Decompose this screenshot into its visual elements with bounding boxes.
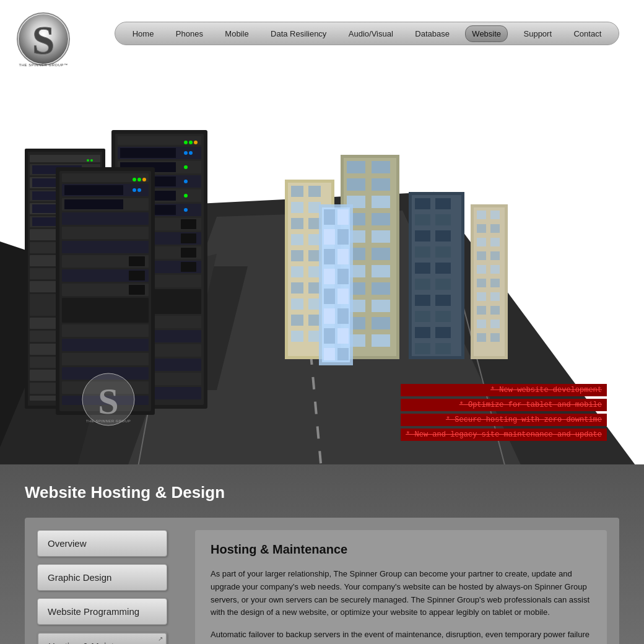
svg-rect-147 <box>291 234 303 245</box>
svg-rect-113 <box>129 271 145 281</box>
svg-rect-174 <box>435 279 451 290</box>
content-section: Website Hosting & Design Overview Graphi… <box>0 464 644 644</box>
svg-rect-145 <box>291 218 303 229</box>
svg-rect-191 <box>477 251 486 260</box>
svg-rect-199 <box>477 306 486 315</box>
nav-database[interactable]: Database <box>409 26 456 41</box>
svg-rect-101 <box>62 324 149 337</box>
hero-section: S THE SPINNER GROUP * New website develo… <box>0 80 644 477</box>
svg-point-39 <box>87 159 89 162</box>
svg-rect-172 <box>435 263 451 274</box>
nav-phones[interactable]: Phones <box>170 26 209 41</box>
svg-rect-203 <box>477 333 486 342</box>
svg-rect-153 <box>291 282 303 294</box>
svg-rect-204 <box>490 333 500 342</box>
nav-data-resiliency[interactable]: Data Resiliency <box>264 26 333 41</box>
graphic-design-button[interactable]: Graphic Design <box>37 564 167 591</box>
svg-rect-94 <box>62 212 149 225</box>
svg-rect-142 <box>308 186 321 197</box>
svg-rect-189 <box>477 238 486 246</box>
svg-rect-128 <box>372 248 390 260</box>
svg-rect-170 <box>435 246 451 258</box>
svg-rect-210 <box>337 229 349 245</box>
svg-rect-216 <box>337 289 349 304</box>
svg-rect-202 <box>490 320 500 328</box>
svg-rect-213 <box>324 269 335 284</box>
bullet-3[interactable]: * Secure hosting with zero downtime <box>401 414 607 426</box>
svg-point-110 <box>133 188 136 192</box>
svg-rect-187 <box>477 224 486 233</box>
svg-rect-209 <box>324 229 335 245</box>
svg-rect-157 <box>291 315 303 326</box>
svg-text:S: S <box>98 381 118 422</box>
hosting-maintenance-button[interactable]: Hosting & Maintenance ↗ <box>37 632 167 644</box>
bullet-1[interactable]: * New website development <box>401 384 607 396</box>
svg-rect-190 <box>490 238 500 246</box>
svg-rect-177 <box>415 311 430 322</box>
svg-rect-169 <box>415 246 430 258</box>
svg-rect-167 <box>415 230 430 242</box>
svg-rect-84 <box>181 233 196 243</box>
svg-rect-103 <box>62 353 149 365</box>
svg-rect-159 <box>291 331 303 342</box>
svg-rect-166 <box>435 214 451 225</box>
svg-rect-151 <box>291 266 303 277</box>
nav-support[interactable]: Support <box>518 26 559 41</box>
active-indicator-icon: ↗ <box>158 635 163 642</box>
hosting-button-label: Hosting & Maintenance <box>48 641 144 644</box>
svg-rect-120 <box>372 178 390 191</box>
svg-rect-194 <box>490 265 500 274</box>
svg-rect-126 <box>372 230 390 243</box>
svg-rect-221 <box>324 348 335 360</box>
svg-rect-179 <box>415 327 430 338</box>
svg-rect-185 <box>477 211 486 219</box>
svg-rect-211 <box>324 249 335 264</box>
buildings-svg <box>260 142 508 378</box>
svg-rect-95 <box>62 227 149 239</box>
svg-rect-164 <box>435 198 451 209</box>
nav-website[interactable]: Website <box>465 25 508 42</box>
svg-rect-198 <box>490 292 500 301</box>
svg-point-77 <box>184 151 188 155</box>
website-programming-button[interactable]: Website Programming <box>37 598 167 625</box>
bullet-4[interactable]: * New and legacy site maintenance and up… <box>401 429 607 441</box>
hero-logo-svg: S THE SPINNER GROUP <box>80 372 136 427</box>
svg-rect-186 <box>490 211 500 219</box>
svg-rect-201 <box>477 320 486 328</box>
svg-rect-136 <box>372 317 390 329</box>
svg-rect-117 <box>347 161 365 173</box>
nav-audio-visual[interactable]: Audio/Visual <box>342 26 399 41</box>
header: S THE SPINNER GROUP™ Home Phones Mobile … <box>0 0 644 80</box>
svg-rect-112 <box>129 256 145 266</box>
svg-rect-214 <box>337 269 349 284</box>
svg-rect-180 <box>435 327 451 338</box>
svg-rect-132 <box>372 282 390 295</box>
svg-rect-93 <box>64 199 123 209</box>
content-body: As part of your larger relationship, The… <box>211 568 591 644</box>
nav-contact[interactable]: Contact <box>567 26 607 41</box>
svg-point-75 <box>189 141 193 144</box>
svg-rect-217 <box>324 308 335 324</box>
svg-rect-119 <box>347 178 365 191</box>
svg-rect-138 <box>372 334 390 347</box>
svg-point-78 <box>189 151 193 155</box>
logo: S THE SPINNER GROUP™ <box>12 6 74 74</box>
logo-svg: S THE SPINNER GROUP™ <box>15 9 71 71</box>
svg-text:THE SPINNER GROUP™: THE SPINNER GROUP™ <box>19 63 67 67</box>
svg-point-108 <box>137 178 141 181</box>
svg-rect-176 <box>435 295 451 306</box>
svg-rect-197 <box>477 292 486 301</box>
content-layout: Overview Graphic Design Website Programm… <box>25 518 619 644</box>
svg-rect-141 <box>291 186 303 197</box>
svg-rect-85 <box>181 248 196 258</box>
svg-rect-196 <box>490 279 500 287</box>
bullet-2[interactable]: * Optimize for tablet and mobile <box>401 399 607 411</box>
nav-mobile[interactable]: Mobile <box>219 26 255 41</box>
content-heading: Hosting & Maintenance <box>211 542 591 557</box>
svg-rect-195 <box>477 279 486 287</box>
nav-home[interactable]: Home <box>126 26 160 41</box>
svg-text:THE SPINNER GROUP: THE SPINNER GROUP <box>86 419 131 423</box>
overview-button[interactable]: Overview <box>37 530 167 557</box>
svg-rect-149 <box>291 250 303 261</box>
svg-rect-218 <box>337 308 349 324</box>
